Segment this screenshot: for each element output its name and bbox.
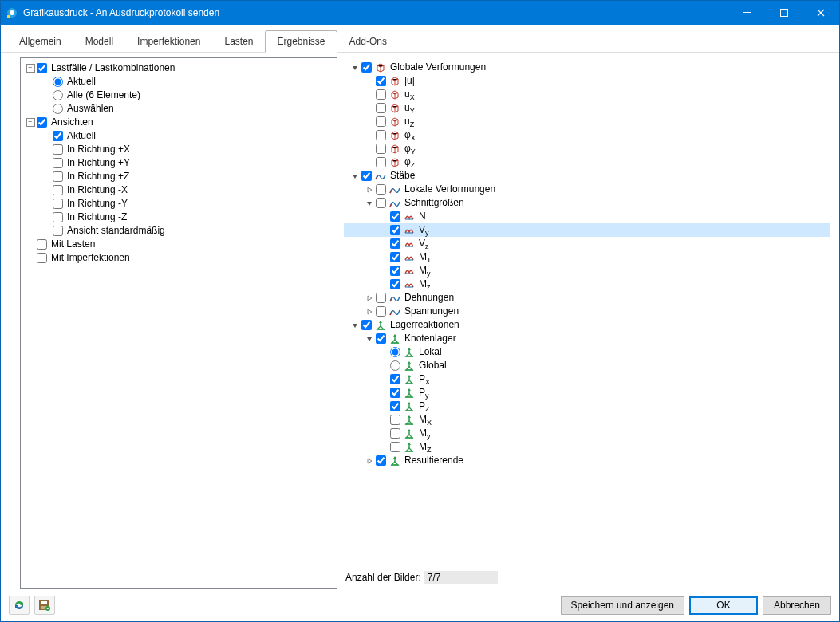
checkbox[interactable] bbox=[376, 306, 386, 317]
sg-mt[interactable]: MT bbox=[344, 250, 830, 264]
expander-icon[interactable] bbox=[365, 456, 374, 466]
lg-mx[interactable]: MX bbox=[344, 413, 830, 427]
opt-alle[interactable]: Alle (6 Elemente) bbox=[22, 89, 335, 102]
checkbox[interactable] bbox=[376, 103, 386, 113]
checkbox[interactable] bbox=[361, 171, 372, 181]
expander-icon[interactable] bbox=[350, 321, 360, 330]
checkbox[interactable] bbox=[390, 252, 400, 262]
lg-px[interactable]: PX bbox=[344, 372, 830, 386]
checkbox[interactable] bbox=[37, 239, 47, 250]
view-minus-x[interactable]: In Richtung -X bbox=[22, 183, 335, 197]
close-button[interactable] bbox=[803, 1, 839, 25]
checkbox[interactable] bbox=[53, 144, 63, 155]
checkbox[interactable] bbox=[53, 226, 63, 236]
checkbox[interactable] bbox=[390, 374, 400, 384]
gv-phix[interactable]: φX bbox=[344, 128, 830, 142]
gv-u[interactable]: |u| bbox=[344, 74, 830, 88]
checkbox[interactable] bbox=[53, 171, 63, 182]
checkbox[interactable] bbox=[376, 89, 386, 100]
lg-mz[interactable]: MZ bbox=[344, 440, 830, 454]
lg-lokal[interactable]: Lokal bbox=[344, 345, 830, 359]
expander-icon[interactable] bbox=[365, 185, 374, 195]
expander-icon[interactable] bbox=[365, 293, 374, 303]
checkbox[interactable] bbox=[390, 401, 400, 411]
checkbox[interactable] bbox=[37, 63, 47, 73]
checkbox[interactable] bbox=[376, 144, 386, 154]
sg-my[interactable]: My bbox=[344, 264, 830, 278]
lg-pz[interactable]: PZ bbox=[344, 400, 830, 413]
node-lager[interactable]: Lagerreaktionen bbox=[344, 318, 830, 332]
save-config-icon-button[interactable] bbox=[34, 596, 55, 615]
lg-knoten[interactable]: Knotenlager bbox=[344, 332, 830, 345]
expander-icon[interactable] bbox=[350, 63, 360, 73]
checkbox[interactable] bbox=[390, 225, 400, 235]
checkbox[interactable] bbox=[376, 76, 386, 86]
st-schnitt[interactable]: Schnittgrößen bbox=[344, 196, 830, 210]
checkbox[interactable] bbox=[376, 333, 386, 344]
node-ansichten[interactable]: −Ansichten bbox=[22, 116, 335, 129]
lg-result[interactable]: Resultierende bbox=[344, 454, 830, 467]
with-imperfections[interactable]: Mit Imperfektionen bbox=[22, 251, 335, 265]
radio[interactable] bbox=[390, 347, 400, 357]
checkbox[interactable] bbox=[53, 185, 63, 195]
checkbox[interactable] bbox=[390, 415, 400, 425]
sg-vz[interactable]: Vz bbox=[344, 237, 830, 250]
radio[interactable] bbox=[390, 360, 400, 371]
sg-mz[interactable]: Mz bbox=[344, 278, 830, 291]
st-lokal[interactable]: Lokale Verformungen bbox=[344, 183, 830, 196]
checkbox[interactable] bbox=[390, 442, 400, 452]
checkbox[interactable] bbox=[390, 266, 400, 276]
checkbox[interactable] bbox=[37, 117, 47, 128]
checkbox[interactable] bbox=[376, 184, 386, 195]
checkbox[interactable] bbox=[376, 130, 386, 140]
tab-lasten[interactable]: Lasten bbox=[212, 30, 265, 52]
tab-allgemein[interactable]: Allgemein bbox=[7, 30, 73, 52]
checkbox[interactable] bbox=[53, 212, 63, 222]
checkbox[interactable] bbox=[390, 238, 400, 249]
refresh-icon-button[interactable] bbox=[9, 596, 30, 615]
tab-imperfektionen[interactable]: Imperfektionen bbox=[125, 30, 212, 52]
view-minus-y[interactable]: In Richtung -Y bbox=[22, 197, 335, 211]
checkbox[interactable] bbox=[376, 198, 386, 208]
checkbox[interactable] bbox=[376, 455, 386, 466]
opt-auswaehlen[interactable]: Auswählen bbox=[22, 102, 335, 116]
save-and-show-button[interactable]: Speichern und anzeigen bbox=[561, 596, 684, 615]
node-global-deform[interactable]: Globale Verformungen bbox=[344, 61, 830, 74]
checkbox[interactable] bbox=[376, 116, 386, 127]
maximize-button[interactable] bbox=[766, 1, 803, 25]
opt-aktuell[interactable]: Aktuell bbox=[22, 75, 335, 89]
checkbox[interactable] bbox=[390, 279, 400, 289]
lg-my[interactable]: My bbox=[344, 427, 830, 440]
gv-uy[interactable]: uY bbox=[344, 101, 830, 115]
gv-phiz[interactable]: φZ bbox=[344, 156, 830, 169]
expander-icon[interactable] bbox=[365, 307, 374, 317]
ok-button[interactable]: OK bbox=[689, 596, 758, 615]
checkbox[interactable] bbox=[390, 428, 400, 439]
lg-global[interactable]: Global bbox=[344, 359, 830, 372]
tab-ergebnisse[interactable]: Ergebnisse bbox=[265, 30, 337, 53]
expander-icon[interactable]: − bbox=[26, 64, 35, 73]
cancel-button[interactable]: Abbrechen bbox=[763, 596, 831, 615]
minimize-button[interactable] bbox=[729, 1, 766, 25]
view-plus-z[interactable]: In Richtung +Z bbox=[22, 170, 335, 183]
checkbox[interactable] bbox=[53, 131, 63, 141]
view-aktuell[interactable]: Aktuell bbox=[22, 129, 335, 143]
radio[interactable] bbox=[53, 77, 63, 87]
sg-n[interactable]: N bbox=[344, 210, 830, 223]
sg-vy[interactable]: Vy bbox=[344, 223, 830, 237]
expander-icon[interactable] bbox=[365, 199, 374, 208]
view-minus-z[interactable]: In Richtung -Z bbox=[22, 211, 335, 224]
expander-icon[interactable]: − bbox=[26, 118, 35, 128]
view-plus-y[interactable]: In Richtung +Y bbox=[22, 156, 335, 170]
expander-icon[interactable] bbox=[350, 171, 360, 181]
with-loads[interactable]: Mit Lasten bbox=[22, 238, 335, 251]
gv-uz[interactable]: uZ bbox=[344, 115, 830, 128]
checkbox[interactable] bbox=[376, 293, 386, 303]
gv-ux[interactable]: uX bbox=[344, 88, 830, 101]
view-default[interactable]: Ansicht standardmäßig bbox=[22, 224, 335, 238]
radio[interactable] bbox=[53, 90, 63, 100]
lg-py[interactable]: Py bbox=[344, 386, 830, 400]
checkbox[interactable] bbox=[376, 157, 386, 167]
checkbox[interactable] bbox=[390, 211, 400, 222]
tab-modell[interactable]: Modell bbox=[73, 30, 125, 52]
